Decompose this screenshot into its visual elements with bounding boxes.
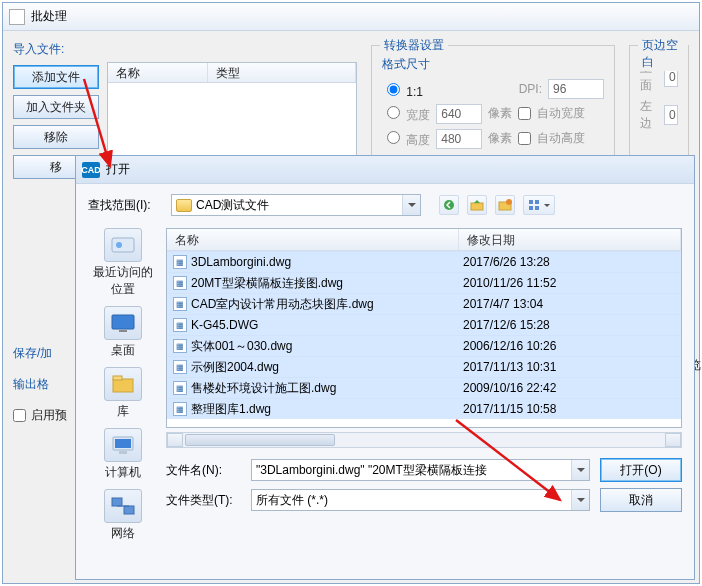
up-icon[interactable] xyxy=(467,195,487,215)
svg-rect-7 xyxy=(535,206,539,210)
place-network[interactable]: 网络 xyxy=(90,489,156,542)
height-value[interactable]: 480 xyxy=(436,129,482,149)
batch-title: 批处理 xyxy=(31,8,67,25)
svg-rect-16 xyxy=(119,451,127,454)
file-row[interactable]: ▦CAD室内设计常用动态块图库.dwg2017/4/7 13:04 xyxy=(167,293,681,314)
chevron-down-icon[interactable] xyxy=(402,195,420,215)
col-name: 名称 xyxy=(108,63,208,82)
dwg-icon: ▦ xyxy=(173,360,187,374)
filename-combo[interactable]: "3DLamborgini.dwg" "20MT型梁横隔板连接 xyxy=(251,459,590,481)
filename-label: 文件名(N): xyxy=(166,462,241,479)
dwg-icon: ▦ xyxy=(173,381,187,395)
app-icon xyxy=(9,9,25,25)
svg-rect-1 xyxy=(471,203,483,210)
width-value[interactable]: 640 xyxy=(436,104,482,124)
svg-point-3 xyxy=(506,199,512,205)
svg-rect-15 xyxy=(115,439,131,448)
back-icon[interactable] xyxy=(439,195,459,215)
add-folder-button[interactable]: 加入文件夹 xyxy=(13,95,99,119)
dwg-icon: ▦ xyxy=(173,402,187,416)
svg-rect-10 xyxy=(112,315,134,329)
open-title: 打开 xyxy=(106,161,130,178)
add-file-button[interactable]: 添加文件 xyxy=(13,65,99,89)
batch-titlebar[interactable]: 批处理 xyxy=(3,3,699,31)
dwg-icon: ▦ xyxy=(173,339,187,353)
filetype-label: 文件类型(T): xyxy=(166,492,241,509)
dwg-icon: ▦ xyxy=(173,276,187,290)
svg-rect-8 xyxy=(112,238,134,252)
file-row[interactable]: ▦3DLamborgini.dwg2017/6/26 13:28 xyxy=(167,251,681,272)
dwg-icon: ▦ xyxy=(173,297,187,311)
dwg-icon: ▦ xyxy=(173,255,187,269)
import-label: 导入文件: xyxy=(13,41,357,58)
filecol-name[interactable]: 名称 xyxy=(167,229,459,250)
view-menu-icon[interactable] xyxy=(523,195,555,215)
remove-button[interactable]: 移除 xyxy=(13,125,99,149)
converter-legend: 转换器设置 xyxy=(380,37,448,54)
place-recent[interactable]: 最近访问的位置 xyxy=(90,228,156,298)
open-button[interactable]: 打开(O) xyxy=(600,458,682,482)
svg-point-9 xyxy=(116,242,122,248)
margins-legend: 页边空白 xyxy=(638,37,688,71)
svg-rect-4 xyxy=(529,200,533,204)
svg-rect-13 xyxy=(113,376,122,380)
open-titlebar[interactable]: CAD 打开 xyxy=(76,156,694,184)
file-row[interactable]: ▦整理图库1.dwg2017/11/15 10:58 xyxy=(167,398,681,419)
file-row[interactable]: ▦K-G45.DWG2017/12/6 15:28 xyxy=(167,314,681,335)
file-row[interactable]: ▦售楼处环境设计施工图.dwg2009/10/16 22:42 xyxy=(167,377,681,398)
dpi-label: DPI: xyxy=(519,82,542,96)
svg-rect-18 xyxy=(124,506,134,514)
file-row[interactable]: ▦20MT型梁横隔板连接图.dwg2010/11/26 11:52 xyxy=(167,272,681,293)
dpi-value[interactable]: 96 xyxy=(548,79,604,99)
svg-rect-5 xyxy=(535,200,539,204)
file-row[interactable]: ▦示例图2004.dwg2017/11/13 10:31 xyxy=(167,356,681,377)
svg-rect-12 xyxy=(113,379,133,392)
chevron-down-icon[interactable] xyxy=(571,460,589,480)
svg-rect-6 xyxy=(529,206,533,210)
filecol-date[interactable]: 修改日期 xyxy=(459,229,681,250)
chevron-down-icon[interactable] xyxy=(571,490,589,510)
dwg-icon: ▦ xyxy=(173,318,187,332)
svg-rect-11 xyxy=(119,330,127,332)
lookin-combo[interactable]: CAD测试文件 xyxy=(171,194,421,216)
places-bar: 最近访问的位置 桌面 库 计算机 网络 xyxy=(88,224,158,542)
width-radio[interactable]: 宽度 xyxy=(382,103,430,124)
file-row[interactable]: ▦实体001～030.dwg2006/12/16 10:26 xyxy=(167,335,681,356)
col-type: 类型 xyxy=(208,63,356,82)
h-scrollbar[interactable] xyxy=(166,432,682,448)
lookin-value: CAD测试文件 xyxy=(196,197,269,214)
auto-width-check[interactable]: 自动宽度 xyxy=(518,105,584,122)
auto-height-check[interactable]: 自动高度 xyxy=(518,130,584,147)
filetype-value: 所有文件 (*.*) xyxy=(256,492,328,509)
folder-icon xyxy=(176,199,192,212)
lookin-label: 查找范围(I): xyxy=(88,197,163,214)
file-listview[interactable]: 名称 修改日期 ▦3DLamborgini.dwg2017/6/26 13:28… xyxy=(166,228,682,428)
margin-left-input[interactable]: 0 xyxy=(664,105,678,125)
filetype-combo[interactable]: 所有文件 (*.*) xyxy=(251,489,590,511)
open-dialog: CAD 打开 查找范围(I): CAD测试文件 最近访问的位置 桌面 库 计算 xyxy=(75,155,695,580)
cad-icon: CAD xyxy=(82,162,100,178)
place-desktop[interactable]: 桌面 xyxy=(90,306,156,359)
place-computer[interactable]: 计算机 xyxy=(90,428,156,481)
ratio-radio[interactable]: 1:1 xyxy=(382,80,423,99)
svg-rect-17 xyxy=(112,498,122,506)
svg-point-0 xyxy=(444,200,454,210)
place-libraries[interactable]: 库 xyxy=(90,367,156,420)
format-label: 格式尺寸 xyxy=(382,56,604,73)
filename-value: "3DLamborgini.dwg" "20MT型梁横隔板连接 xyxy=(256,462,487,479)
cancel-button[interactable]: 取消 xyxy=(600,488,682,512)
new-folder-icon[interactable] xyxy=(495,195,515,215)
height-radio[interactable]: 高度 xyxy=(382,128,430,149)
